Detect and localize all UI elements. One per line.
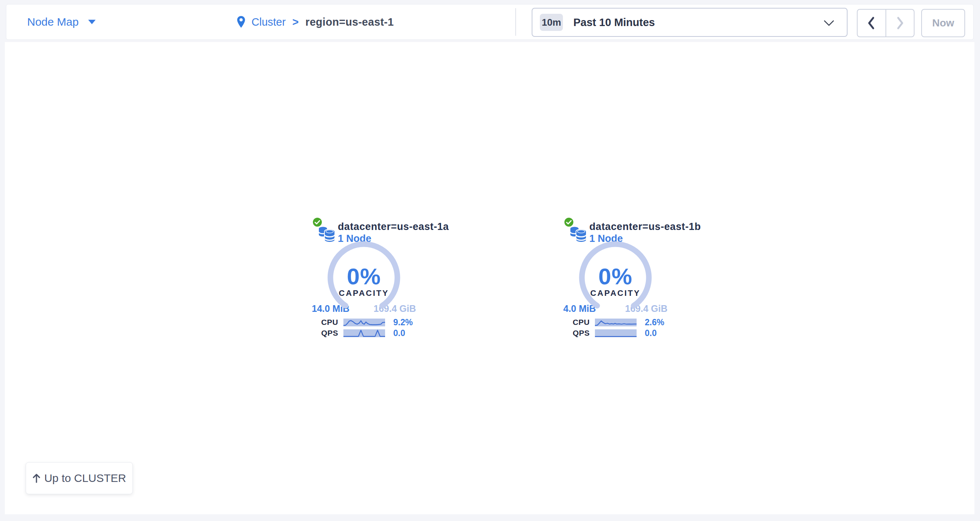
view-selector-dropdown[interactable]: Node Map — [27, 5, 95, 40]
time-window-badge: 10m — [540, 14, 563, 31]
cpu-label: CPU — [312, 318, 338, 327]
time-window-dropdown[interactable]: 10m Past 10 Minutes — [532, 8, 848, 37]
metrics: CPU 9.2% QPS 0.0 — [312, 318, 416, 338]
qps-value: 0.0 — [645, 328, 657, 338]
time-back-button[interactable] — [858, 10, 886, 37]
breadcrumb-cluster-link[interactable]: Cluster — [251, 16, 286, 28]
node-map-canvas — [5, 42, 974, 514]
chevron-right-icon — [896, 16, 904, 30]
view-selector-label: Node Map — [27, 16, 78, 28]
qps-label: QPS — [312, 328, 338, 338]
time-pager — [857, 9, 915, 37]
qps-row: QPS 0.0 — [312, 328, 416, 338]
datacenter-card-us-east-1a[interactable]: datacenter=us-east-1a 1 Node 0% CAPACITY… — [312, 216, 416, 339]
datacenter-title: datacenter=us-east-1b — [589, 216, 667, 231]
time-window-label: Past 10 Minutes — [573, 16, 655, 29]
qps-value: 0.0 — [393, 328, 405, 338]
healthy-check-icon — [563, 217, 574, 228]
up-to-cluster-button[interactable]: Up to CLUSTER — [25, 462, 133, 494]
chevron-down-icon — [824, 20, 834, 26]
map-pin-icon — [237, 16, 245, 28]
header-divider — [515, 8, 516, 36]
cpu-value: 9.2% — [393, 317, 413, 328]
chevron-left-icon — [867, 16, 875, 30]
qps-label: QPS — [563, 328, 590, 338]
cpu-label: CPU — [563, 318, 590, 327]
now-button[interactable]: Now — [921, 9, 965, 37]
datacenter-header: datacenter=us-east-1a 1 Node — [312, 216, 416, 243]
qps-row: QPS 0.0 — [563, 328, 667, 338]
cpu-row: CPU 2.6% — [563, 318, 667, 327]
arrow-up-icon — [32, 473, 41, 483]
time-forward-button[interactable] — [886, 10, 914, 37]
datacenter-card-us-east-1b[interactable]: datacenter=us-east-1b 1 Node 0% CAPACITY… — [563, 216, 667, 339]
capacity-gauge: 0% CAPACITY — [578, 243, 652, 302]
capacity-caption: CAPACITY — [578, 289, 652, 298]
datacenter-title: datacenter=us-east-1a — [338, 216, 416, 231]
metrics: CPU 2.6% QPS 0.0 — [563, 318, 667, 338]
capacity-percent: 0% — [327, 265, 401, 288]
breadcrumb-current: region=us-east-1 — [305, 16, 394, 28]
qps-sparkline — [595, 329, 636, 337]
capacity-percent: 0% — [578, 265, 652, 288]
qps-sparkline — [344, 329, 385, 337]
breadcrumb: Cluster > region=us-east-1 — [237, 5, 394, 40]
breadcrumb-separator: > — [293, 16, 299, 28]
cpu-value: 2.6% — [645, 317, 664, 328]
header-bar: Node Map Cluster > region=us-east-1 10m … — [6, 4, 974, 40]
cpu-row: CPU 9.2% — [312, 318, 416, 327]
cpu-sparkline — [344, 319, 385, 327]
datacenter-header: datacenter=us-east-1b 1 Node — [563, 216, 667, 243]
capacity-gauge: 0% CAPACITY — [327, 243, 401, 302]
capacity-caption: CAPACITY — [327, 289, 401, 298]
caret-down-icon — [88, 20, 95, 24]
cpu-sparkline — [595, 319, 636, 327]
up-to-cluster-label: Up to CLUSTER — [44, 472, 126, 484]
healthy-check-icon — [312, 217, 323, 228]
